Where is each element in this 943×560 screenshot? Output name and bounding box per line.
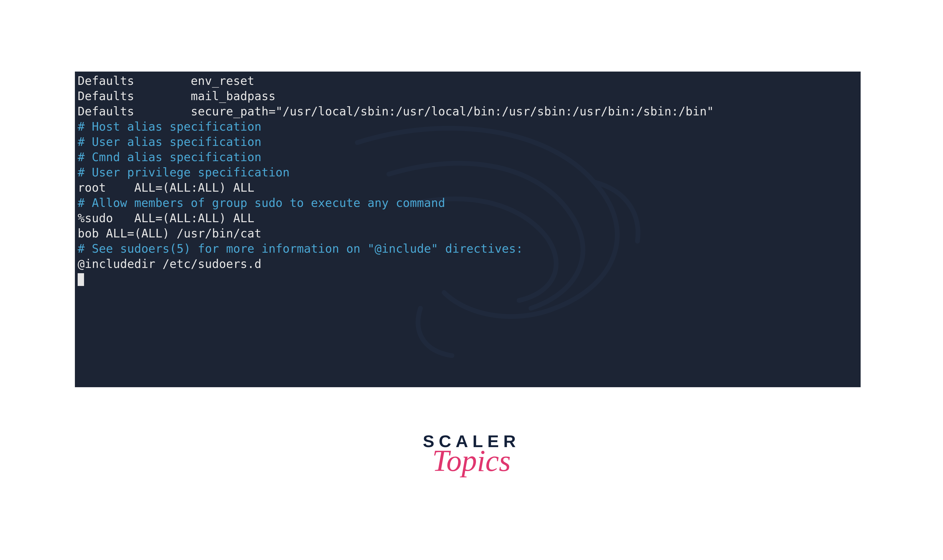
cursor-block-icon	[78, 273, 84, 286]
scaler-topics-logo: SCALER Topics	[423, 433, 520, 475]
terminal-line: # User privilege specification	[78, 165, 858, 180]
terminal-line: root ALL=(ALL:ALL) ALL	[78, 180, 858, 195]
terminal-line: # See sudoers(5) for more information on…	[78, 241, 858, 256]
terminal-line: # User alias specification	[78, 134, 858, 149]
terminal-line: Defaults env_reset	[78, 73, 858, 88]
terminal-cursor-line	[78, 272, 858, 287]
terminal-content: Defaults env_reset Defaults mail_badpass…	[78, 73, 858, 287]
terminal-line: Defaults mail_badpass	[78, 88, 858, 104]
terminal-line: @includedir /etc/sudoers.d	[78, 256, 858, 272]
terminal-line: # Cmnd alias specification	[78, 149, 858, 165]
terminal-line: %sudo ALL=(ALL:ALL) ALL	[78, 211, 858, 226]
logo-word-topics: Topics	[423, 447, 520, 475]
page-canvas: Defaults env_reset Defaults mail_badpass…	[0, 0, 943, 560]
terminal-line: Defaults secure_path="/usr/local/sbin:/u…	[78, 104, 858, 119]
terminal-line: # Host alias specification	[78, 119, 858, 134]
terminal-line: bob ALL=(ALL) /usr/bin/cat	[78, 226, 858, 241]
terminal-window[interactable]: Defaults env_reset Defaults mail_badpass…	[75, 72, 861, 387]
terminal-line: # Allow members of group sudo to execute…	[78, 195, 858, 211]
